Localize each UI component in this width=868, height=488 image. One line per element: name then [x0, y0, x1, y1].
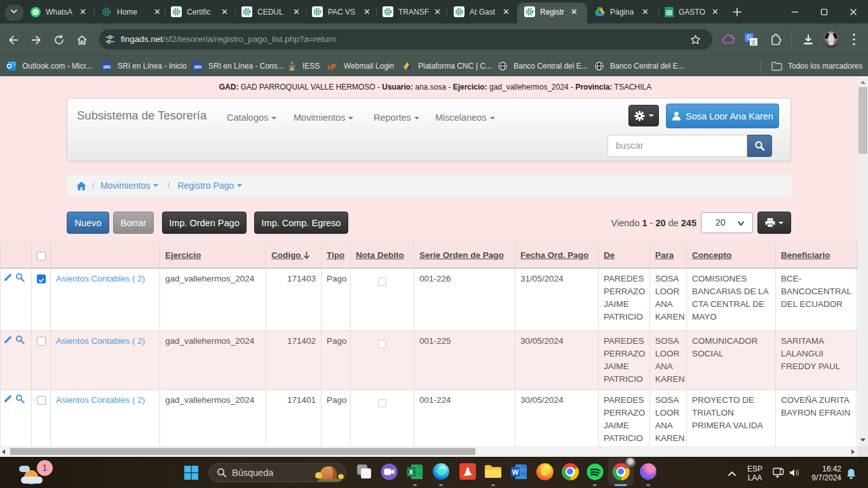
svg-text:SRI: SRI [194, 65, 201, 69]
svg-text:W: W [512, 468, 519, 475]
svg-text:文: 文 [751, 39, 757, 46]
svg-text:cP: cP [327, 63, 336, 71]
svg-text:X: X [409, 468, 414, 475]
svg-text:SRI: SRI [103, 65, 111, 69]
